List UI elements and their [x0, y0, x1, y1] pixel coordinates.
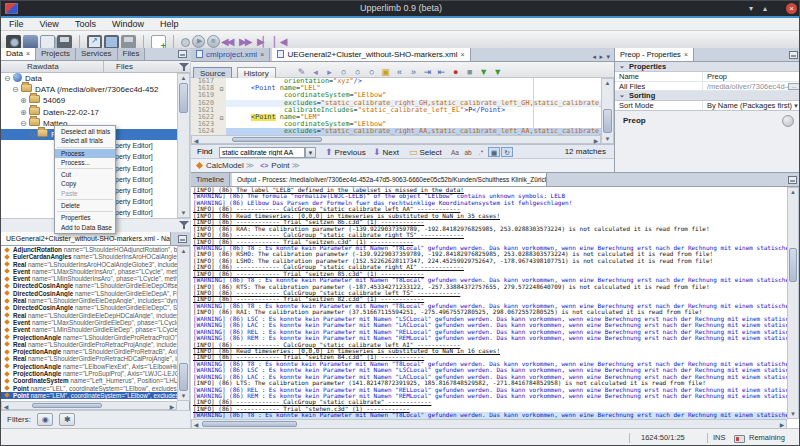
navigator-item[interactable]: Event name="LMinShoulderGirdleEleDep", p…	[1, 326, 177, 333]
breadcrumb-point[interactable]: Point	[271, 161, 289, 170]
navigator-item[interactable]: Point name="LEM", coordinateSystem="LElb…	[1, 392, 177, 399]
tab-timeline[interactable]: Timeline	[191, 173, 230, 186]
navigator-item[interactable]: Real name="LShoulderGirdleEleDepHDCalAng…	[1, 312, 177, 319]
navigator-item[interactable]: AdjunctRotation name="LShoulderHOAdjunct…	[1, 246, 177, 253]
editor-hscrollbar[interactable]: ◀ ▶	[191, 135, 601, 144]
close-icon[interactable]: ×	[461, 51, 465, 58]
section-properties[interactable]: Properties	[615, 62, 800, 72]
expand-handle-icon[interactable]: ⊕	[20, 95, 29, 106]
menu-item-delete[interactable]: Delete	[55, 201, 115, 210]
log-output[interactable]: [INFO] (86) The label "LELB" defined in …	[193, 187, 787, 419]
scroll-down-icon[interactable]: ▼	[178, 209, 189, 217]
navigator-item[interactable]: Real name="LShoulderGirdleProRetracHDCal…	[1, 355, 177, 362]
navigator-item[interactable]: ProjectionAngle name="LShoulderGirdlePro…	[1, 348, 177, 355]
navigator-item[interactable]: Event name="LMaxShoulderGirdleEleDep", p…	[1, 319, 177, 326]
menu-item-select-all-trials[interactable]: Select all trials	[55, 136, 115, 145]
scroll-up-icon[interactable]: ▲	[788, 188, 798, 196]
filter-fields-icon[interactable]: ✱	[59, 413, 75, 426]
filter-icon[interactable]	[179, 62, 190, 72]
navigator-item[interactable]: DirectedCosinAngle name="LShoulderGirdle…	[1, 304, 177, 311]
find-select-button[interactable]: ▭Select	[409, 146, 442, 158]
menu-item-copy[interactable]: Copy	[55, 179, 115, 188]
maximize-icon[interactable]: ▴	[759, 4, 771, 13]
minimize-panel-icon[interactable]	[178, 235, 187, 243]
menu-item[interactable]: File	[1, 18, 32, 31]
filter-icon[interactable]	[179, 220, 190, 230]
navigator-item[interactable]: ProjectionAngle name="LProSupiProj", Axi…	[1, 370, 177, 377]
section-sorting[interactable]: Sorting	[615, 91, 800, 101]
breadcrumb-calcmodel[interactable]: CalcModel	[206, 161, 244, 170]
fast-forward-icon[interactable]	[239, 35, 254, 49]
menu-item-deselect-all-trials[interactable]: Deselect all trials	[55, 127, 115, 136]
scroll-up-icon[interactable]: ▲	[178, 74, 189, 82]
open-icon[interactable]	[23, 35, 38, 49]
find-previous-button[interactable]: ⬆Previous	[325, 146, 366, 158]
copy-icon[interactable]	[40, 35, 55, 49]
navigator-item[interactable]: ProjectionAngle name="LElbowFlexExt", Ax…	[1, 363, 177, 370]
editor-vscrollbar[interactable]: ▲ ▼	[601, 78, 614, 144]
code-area[interactable]: 1617orientation="xyz"/>1618⊟<Point name=…	[191, 78, 601, 135]
tab-output-process[interactable]: Output - Process: /media/oliver/7306ec4d…	[232, 173, 547, 186]
navigator-hscrollbar[interactable]: ◀ ▶	[1, 401, 177, 410]
navigator-item[interactable]: Real name="LShoulderInsAroHOCalAngleGlob…	[1, 261, 177, 268]
tab-data[interactable]: Data×	[1, 48, 36, 60]
collapse-handle-icon[interactable]: ⊖	[12, 84, 21, 95]
property-row-allfiles[interactable]: All Files /media/oliver/7306ec4d-452 ...	[615, 82, 800, 92]
filter-inherited-icon[interactable]: ◉	[37, 413, 53, 426]
scroll-up-icon[interactable]: ▲	[602, 79, 613, 87]
history-view-button[interactable]: History	[237, 67, 276, 79]
record-icon[interactable]	[181, 38, 190, 47]
customizer-button[interactable]	[782, 115, 794, 127]
navigator-item[interactable]: Event name="LMinShoulderInsAro", phase="…	[1, 275, 177, 282]
close-icon[interactable]: ×	[786, 3, 797, 14]
find-next-button[interactable]: ⬇Next	[373, 146, 399, 158]
code-line[interactable]: 1617orientation="xyz"/>	[191, 78, 601, 85]
minimize-panel-icon[interactable]	[788, 176, 797, 184]
code-line[interactable]: 1619coordinateSystem="LElbow"	[191, 92, 601, 99]
collapse-handle-icon[interactable]: ⊖	[28, 129, 37, 140]
column-files[interactable]: Files	[104, 61, 177, 73]
menu-item[interactable]: View	[32, 18, 67, 31]
menu-item-paste[interactable]: Paste	[55, 189, 115, 198]
menu-item-cut[interactable]: Cut	[55, 170, 115, 179]
export-icon[interactable]	[87, 35, 102, 49]
property-row-name[interactable]: Name Preop	[615, 72, 800, 82]
minimize-panel-icon[interactable]	[789, 51, 798, 59]
menu-item-add-to-data-base[interactable]: Add to Data Base	[55, 223, 115, 232]
expand-handle-icon[interactable]: ⊕	[20, 107, 29, 118]
save2-icon[interactable]	[121, 35, 136, 49]
fold-icon[interactable]: ⊟	[217, 85, 226, 92]
navigator-item[interactable]: Real name="LShoulderGirdleProRetracProjA…	[1, 341, 177, 348]
play-icon[interactable]	[192, 35, 205, 48]
collapse-handle-icon[interactable]: ⊖	[4, 73, 13, 84]
wrap-search-icon[interactable]: ↻	[501, 147, 513, 157]
code-line[interactable]: 1618⊟<Point name="LEL"	[191, 85, 601, 92]
source-view-button[interactable]: Source	[193, 67, 232, 79]
code-line[interactable]: 1622⊟<Point name="LEM"	[191, 114, 601, 121]
ellipsis-button[interactable]: ...	[788, 83, 800, 90]
navigator-item[interactable]: DirectedCosinAngle name="LShoulderGirdle…	[1, 290, 177, 297]
tree-row[interactable]: ⊖DATA (/media/oliver/7306ec4d-452	[1, 84, 177, 95]
navigator-item[interactable]: DirectedCosinAngle name="LShoulderGirdle…	[1, 282, 177, 289]
tab-services[interactable]: Services	[76, 48, 118, 60]
save-icon[interactable]	[57, 35, 72, 49]
step-back-icon[interactable]	[273, 35, 288, 49]
tree-scrollbar[interactable]: ▲ ▼	[177, 73, 190, 218]
scroll-down-icon[interactable]: ▼	[602, 135, 613, 143]
output-vscrollbar[interactable]: ▲ ▼	[787, 187, 799, 419]
whole-words-icon[interactable]: ab	[462, 147, 474, 157]
navigator-item[interactable]: ProjectionAngle name="LShoulderGirdlePro…	[1, 334, 177, 341]
navigator-vscrollbar[interactable]: ▲ ▼	[177, 246, 190, 401]
close-icon[interactable]: ×	[260, 51, 264, 58]
rewind-icon[interactable]	[222, 35, 237, 49]
tab-projects[interactable]: Projects	[36, 48, 76, 60]
menu-item[interactable]: Window	[104, 18, 152, 31]
scroll-down-icon[interactable]: ▼	[788, 410, 798, 418]
scroll-up-icon[interactable]: ▲	[178, 247, 189, 255]
tree-row[interactable]: ⊕54069	[1, 95, 177, 106]
step-forward-icon[interactable]	[256, 35, 271, 49]
menu-item-process[interactable]: Process...	[55, 158, 115, 167]
menu-item-properties[interactable]: Properties	[55, 213, 115, 222]
fold-icon[interactable]: ⊟	[217, 114, 226, 121]
menu-item[interactable]: Help	[152, 18, 187, 31]
